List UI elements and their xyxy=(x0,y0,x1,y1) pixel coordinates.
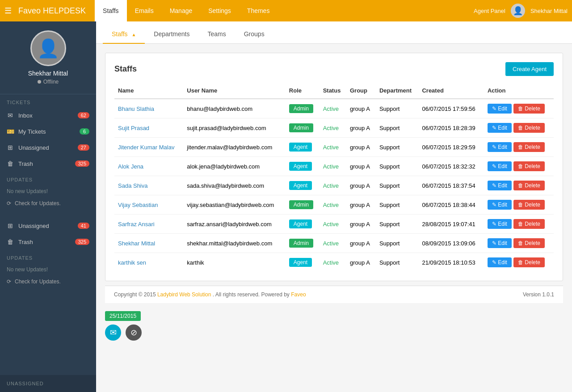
edit-button[interactable]: ✎ Edit xyxy=(488,257,512,267)
staff-role-cell: Agent xyxy=(286,157,320,176)
table-row: Jitender Kumar Malav jitender.malav@lady… xyxy=(114,138,554,157)
nav-item-manage[interactable]: Manage xyxy=(162,0,201,21)
role-badge: Agent xyxy=(289,181,312,190)
col-username: User Name xyxy=(183,83,286,99)
profile-avatar: 👤 xyxy=(30,30,66,66)
grid-icon: ⊞ xyxy=(7,144,14,151)
notification-icon[interactable]: ✉ xyxy=(105,325,121,341)
staff-name-cell: Alok Jena xyxy=(114,157,183,176)
staff-name-link[interactable]: karthik sen xyxy=(118,259,146,266)
edit-button[interactable]: ✎ Edit xyxy=(488,181,512,190)
staff-created-cell: 06/07/2015 18:32:32 xyxy=(418,157,484,176)
nav-item-themes[interactable]: Themes xyxy=(239,0,278,21)
sidebar-item-label: My Tickets xyxy=(18,128,80,135)
company-link[interactable]: Ladybird Web Solution xyxy=(157,291,211,298)
table-title: Staffs xyxy=(114,64,137,74)
staff-dept-cell: Support xyxy=(376,253,419,272)
edit-button[interactable]: ✎ Edit xyxy=(488,238,512,248)
staff-name-link[interactable]: Alok Jena xyxy=(118,163,143,170)
role-badge: Admin xyxy=(289,239,313,248)
sidebar-item-unassigned[interactable]: ⊞ Unassigned 27 xyxy=(0,139,96,156)
brand-link[interactable]: Faveo xyxy=(291,291,306,298)
main-content: Staffs Create Agent Name User Name Role … xyxy=(96,44,572,392)
staff-created-cell: 06/07/2015 18:37:54 xyxy=(418,176,484,195)
staff-username-cell: jitender.malav@ladybirdweb.com xyxy=(183,138,286,157)
hamburger-icon[interactable]: ☰ xyxy=(4,6,12,16)
table-row: karthik sen karthik Agent Active group A… xyxy=(114,253,554,272)
staff-action-cell: ✎ Edit 🗑 Delete xyxy=(484,195,554,215)
staff-name-cell: Sujit Prasad xyxy=(114,118,183,138)
col-action: Action xyxy=(484,83,554,99)
staff-username-cell: karthik xyxy=(183,253,286,272)
staff-name-link[interactable]: Shekhar Mittal xyxy=(118,240,155,247)
action-buttons: ✎ Edit 🗑 Delete xyxy=(488,238,550,248)
staff-dept-cell: Support xyxy=(376,176,419,195)
tab-teams[interactable]: Teams xyxy=(199,25,235,44)
staff-name-link[interactable]: Sujit Prasad xyxy=(118,125,149,131)
staff-group-cell: group A xyxy=(346,253,376,272)
col-status: Status xyxy=(320,83,346,99)
edit-button[interactable]: ✎ Edit xyxy=(488,104,512,114)
table-row: Shekhar Mittal shekhar.mittal@ladybirdwe… xyxy=(114,234,554,253)
staff-action-cell: ✎ Edit 🗑 Delete xyxy=(484,99,554,118)
check-updates-link[interactable]: ⟳ Check for Updates. xyxy=(0,198,96,209)
role-badge: Agent xyxy=(289,143,312,152)
sidebar-item-mytickets[interactable]: 🎫 My Tickets 6 xyxy=(0,123,96,139)
delete-button[interactable]: 🗑 Delete xyxy=(513,142,545,152)
col-created: Created xyxy=(418,83,484,99)
edit-button[interactable]: ✎ Edit xyxy=(488,219,512,229)
staff-name-link[interactable]: Bhanu Slathia xyxy=(118,105,154,112)
notification-area: 25/11/2015 ✉ ⊘ xyxy=(105,308,563,341)
edit-button[interactable]: ✎ Edit xyxy=(488,161,512,171)
nav-item-emails[interactable]: Emails xyxy=(127,0,162,21)
staff-group-cell: group A xyxy=(346,215,376,234)
sidebar-item-trash2[interactable]: 🗑 Trash 325 xyxy=(0,234,96,250)
delete-button[interactable]: 🗑 Delete xyxy=(513,238,545,248)
staff-name-cell: Bhanu Slathia xyxy=(114,99,183,118)
edit-button[interactable]: ✎ Edit xyxy=(488,123,512,133)
staff-name-link[interactable]: Sada Shiva xyxy=(118,182,148,189)
sidebar-item-unassigned2[interactable]: ⊞ Unassigned 41 xyxy=(0,218,96,234)
staff-name-cell: Shekhar Mittal xyxy=(114,234,183,253)
delete-button[interactable]: 🗑 Delete xyxy=(513,219,545,229)
delete-button[interactable]: 🗑 Delete xyxy=(513,161,545,171)
notification-icon2[interactable]: ⊘ xyxy=(126,325,142,341)
tickets-section-label: TICKETS xyxy=(0,94,96,107)
staff-name-cell: Sada Shiva xyxy=(114,176,183,195)
staff-action-cell: ✎ Edit 🗑 Delete xyxy=(484,157,554,176)
staff-status-cell: Active xyxy=(320,99,346,118)
tab-groups[interactable]: Groups xyxy=(235,25,273,44)
staff-group-cell: group A xyxy=(346,195,376,215)
nav-item-staffs[interactable]: Staffs xyxy=(95,0,127,21)
tab-staffs[interactable]: Staffs ▲ xyxy=(103,25,145,44)
nav-item-settings[interactable]: Settings xyxy=(200,0,239,21)
col-role: Role xyxy=(286,83,320,99)
delete-button[interactable]: 🗑 Delete xyxy=(513,181,545,190)
staff-status-cell: Active xyxy=(320,157,346,176)
edit-button[interactable]: ✎ Edit xyxy=(488,200,512,210)
delete-button[interactable]: 🗑 Delete xyxy=(513,123,545,133)
staff-username-cell: bhanu@ladybirdweb.com xyxy=(183,99,286,118)
sidebar-item-inbox[interactable]: ✉ Inbox 62 xyxy=(0,107,96,123)
sidebar-item-trash[interactable]: 🗑 Trash 325 xyxy=(0,156,96,172)
staff-status-cell: Active xyxy=(320,234,346,253)
staff-name-link[interactable]: Sarfraz Ansari xyxy=(118,221,155,228)
table-row: Sada Shiva sada.shiva@ladybirdweb.com Ag… xyxy=(114,176,554,195)
staff-name-link[interactable]: Jitender Kumar Malav xyxy=(118,144,174,151)
footer: Copyright © 2015 Ladybird Web Solution .… xyxy=(105,286,563,303)
staff-name-link[interactable]: Vijay Sebastian xyxy=(118,202,158,208)
staff-status-cell: Active xyxy=(320,195,346,215)
delete-button[interactable]: 🗑 Delete xyxy=(513,104,545,114)
tab-departments[interactable]: Departments xyxy=(145,25,198,44)
action-buttons: ✎ Edit 🗑 Delete xyxy=(488,142,550,152)
check-updates-link2[interactable]: ⟳ Check for Updates. xyxy=(0,276,96,287)
sidebar: 👤 Shekhar Mittal Offline TICKETS ✉ Inbox… xyxy=(0,21,96,392)
action-buttons: ✎ Edit 🗑 Delete xyxy=(488,181,550,190)
nav-items: Staffs Emails Manage Settings Themes xyxy=(95,0,278,21)
delete-button[interactable]: 🗑 Delete xyxy=(513,200,545,210)
agent-panel-link[interactable]: Agent Panel xyxy=(474,8,505,14)
edit-button[interactable]: ✎ Edit xyxy=(488,142,512,152)
create-agent-button[interactable]: Create Agent xyxy=(505,62,554,76)
delete-button[interactable]: 🗑 Delete xyxy=(513,257,545,267)
staff-username-cell: alok.jena@ladybirdweb.com xyxy=(183,157,286,176)
